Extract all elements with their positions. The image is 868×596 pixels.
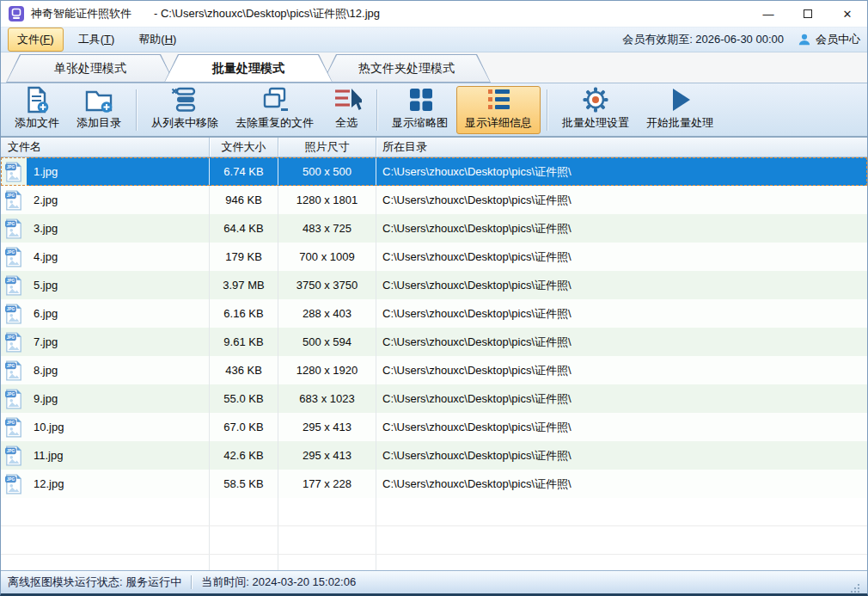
table-row[interactable]: JPG 4.jpg 179 KB 700 x 1009 C:\Users\zho… bbox=[1, 243, 867, 271]
column-header-dimensions[interactable]: 照片尺寸 bbox=[278, 138, 376, 157]
column-header-filesize[interactable]: 文件大小 bbox=[210, 138, 278, 157]
remove-from-list-button[interactable]: 从列表中移除 bbox=[143, 86, 227, 134]
table-row[interactable]: JPG 1.jpg 6.74 KB 500 x 500 C:\Users\zho… bbox=[1, 157, 867, 186]
menu-tools[interactable]: 工具(T) bbox=[69, 28, 125, 52]
file-size: 64.4 KB bbox=[210, 214, 278, 243]
file-icon: JPG bbox=[1, 356, 27, 384]
photo-dimensions: 500 x 500 bbox=[278, 157, 376, 186]
table-row[interactable]: JPG 12.jpg 58.5 KB 177 x 228 C:\Users\zh… bbox=[1, 470, 867, 498]
menu-file[interactable]: 文件(F) bbox=[8, 28, 64, 52]
file-directory: C:\Users\zhouxc\Desktop\pics\证件照\ bbox=[376, 186, 867, 214]
empty-row bbox=[1, 526, 867, 555]
maximize-button[interactable] bbox=[788, 1, 828, 27]
status-separator bbox=[191, 575, 192, 589]
toolbar-separator bbox=[136, 89, 137, 131]
table-row[interactable]: JPG 3.jpg 64.4 KB 483 x 725 C:\Users\zho… bbox=[1, 214, 867, 243]
file-size: 42.6 KB bbox=[210, 441, 278, 470]
svg-text:JPG: JPG bbox=[7, 250, 15, 255]
file-directory bbox=[376, 498, 867, 525]
file-directory: C:\Users\zhouxc\Desktop\pics\证件照\ bbox=[376, 470, 867, 498]
file-name: 7.jpg bbox=[34, 335, 58, 348]
maximize-icon bbox=[804, 9, 812, 18]
file-size bbox=[210, 498, 278, 525]
add-folder-icon bbox=[83, 85, 114, 114]
file-icon: JPG bbox=[1, 186, 27, 214]
menu-help[interactable]: 帮助(H) bbox=[129, 28, 186, 52]
file-size: 67.0 KB bbox=[210, 413, 278, 441]
table-header: 文件名 文件大小 照片尺寸 所在目录 bbox=[1, 138, 867, 157]
resize-grip[interactable] bbox=[850, 583, 860, 593]
status-bar: 离线抠图模块运行状态: 服务运行中 当前时间: 2024-03-20 15:02… bbox=[1, 570, 867, 593]
play-icon bbox=[664, 85, 695, 114]
table-row[interactable]: JPG 2.jpg 946 KB 1280 x 1801 C:\Users\zh… bbox=[1, 186, 867, 214]
tab-batch-mode[interactable]: 批量处理模式 bbox=[164, 54, 333, 83]
photo-dimensions: 295 x 413 bbox=[278, 413, 376, 441]
table-row[interactable]: JPG 9.jpg 55.0 KB 683 x 1023 C:\Users\zh… bbox=[1, 384, 867, 413]
file-name: 8.jpg bbox=[34, 364, 58, 377]
minimize-button[interactable]: — bbox=[749, 1, 788, 27]
svg-text:JPG: JPG bbox=[7, 165, 15, 169]
file-table: 文件名 文件大小 照片尺寸 所在目录 JPG 1.jpg 6.74 KB 500… bbox=[1, 137, 867, 570]
document-path: - C:\Users\zhouxc\Desktop\pics\证件照\12.jp… bbox=[154, 6, 380, 22]
close-button[interactable]: ✕ bbox=[828, 1, 867, 27]
table-row[interactable]: JPG 6.jpg 6.16 KB 288 x 403 C:\Users\zho… bbox=[1, 299, 867, 328]
file-directory bbox=[376, 526, 867, 554]
select-all-button[interactable]: 全选 bbox=[322, 86, 370, 134]
module-status-text: 离线抠图模块运行状态: 服务运行中 bbox=[8, 574, 181, 590]
file-icon: JPG bbox=[1, 413, 27, 441]
svg-text:JPG: JPG bbox=[7, 449, 15, 453]
file-directory: C:\Users\zhouxc\Desktop\pics\证件照\ bbox=[376, 243, 867, 271]
column-header-filename[interactable]: 文件名 bbox=[1, 138, 210, 157]
show-details-button[interactable]: 显示详细信息 bbox=[456, 86, 541, 134]
svg-text:JPG: JPG bbox=[7, 194, 15, 198]
file-directory: C:\Users\zhouxc\Desktop\pics\证件照\ bbox=[376, 157, 867, 186]
photo-dimensions: 288 x 403 bbox=[278, 299, 376, 328]
table-row[interactable]: JPG 8.jpg 436 KB 1280 x 1920 C:\Users\zh… bbox=[1, 356, 867, 384]
svg-text:JPG: JPG bbox=[7, 392, 15, 396]
photo-dimensions: 483 x 725 bbox=[278, 214, 376, 243]
member-center-link[interactable]: 会员中心 bbox=[798, 32, 860, 47]
tab-hotfolder-mode[interactable]: 热文件夹处理模式 bbox=[322, 54, 491, 83]
add-file-button[interactable]: 添加文件 bbox=[6, 86, 68, 134]
photo-dimensions: 177 x 228 bbox=[278, 470, 376, 498]
menu-bar: 文件(F) 工具(T) 帮助(H) 会员有效期至: 2026-06-30 00:… bbox=[1, 27, 867, 52]
add-folder-button[interactable]: 添加目录 bbox=[68, 86, 130, 134]
column-header-directory[interactable]: 所在目录 bbox=[376, 138, 867, 157]
file-icon: JPG bbox=[1, 243, 27, 271]
start-batch-button[interactable]: 开始批量处理 bbox=[638, 86, 722, 134]
file-icon: JPG bbox=[1, 384, 27, 413]
batch-settings-button[interactable]: 批量处理设置 bbox=[553, 86, 638, 134]
file-directory: C:\Users\zhouxc\Desktop\pics\证件照\ bbox=[376, 271, 867, 299]
file-directory: C:\Users\zhouxc\Desktop\pics\证件照\ bbox=[376, 384, 867, 413]
file-directory: C:\Users\zhouxc\Desktop\pics\证件照\ bbox=[376, 328, 867, 356]
table-body: JPG 1.jpg 6.74 KB 500 x 500 C:\Users\zho… bbox=[1, 157, 867, 570]
file-size: 58.5 KB bbox=[210, 470, 278, 498]
tab-single-mode[interactable]: 单张处理模式 bbox=[6, 54, 174, 83]
member-center-label: 会员中心 bbox=[816, 32, 860, 47]
remove-duplicates-button[interactable]: 去除重复的文件 bbox=[227, 86, 322, 134]
remove-duplicates-icon bbox=[260, 85, 290, 114]
show-thumbnails-button[interactable]: 显示缩略图 bbox=[383, 86, 456, 134]
mode-tabs: 单张处理模式 批量处理模式 热文件夹处理模式 bbox=[1, 52, 867, 83]
file-size: 946 KB bbox=[210, 186, 278, 214]
table-row[interactable]: JPG 5.jpg 3.97 MB 3750 x 3750 C:\Users\z… bbox=[1, 271, 867, 299]
app-logo-icon bbox=[9, 6, 24, 22]
table-row[interactable]: JPG 10.jpg 67.0 KB 295 x 413 C:\Users\zh… bbox=[1, 413, 867, 441]
file-name: 9.jpg bbox=[34, 392, 58, 405]
file-size bbox=[210, 555, 278, 570]
svg-text:JPG: JPG bbox=[7, 307, 15, 311]
file-name: 12.jpg bbox=[34, 477, 64, 490]
toolbar-separator bbox=[376, 89, 377, 131]
table-row[interactable]: JPG 11.jpg 42.6 KB 295 x 413 C:\Users\zh… bbox=[1, 441, 867, 470]
svg-text:JPG: JPG bbox=[7, 421, 15, 425]
svg-text:JPG: JPG bbox=[7, 335, 15, 340]
svg-text:JPG: JPG bbox=[7, 222, 15, 226]
photo-dimensions: 1280 x 1801 bbox=[278, 186, 376, 214]
file-icon: JPG bbox=[1, 214, 27, 243]
file-directory bbox=[376, 555, 867, 570]
empty-row bbox=[1, 498, 867, 526]
table-row[interactable]: JPG 7.jpg 9.61 KB 500 x 594 C:\Users\zho… bbox=[1, 328, 867, 356]
details-list-icon bbox=[483, 85, 514, 114]
remove-from-list-icon bbox=[169, 85, 200, 114]
file-icon: JPG bbox=[1, 328, 27, 356]
